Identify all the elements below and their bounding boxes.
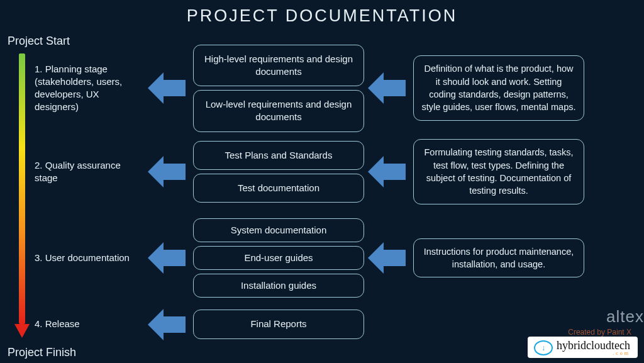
timeline-arrowhead-icon [14, 324, 30, 338]
timeline-start-label: Project Start [8, 35, 70, 48]
arrow-left-icon [368, 156, 406, 187]
diagram-row: 1. Planning stage (stakeholders, users, … [35, 53, 644, 123]
stage-label: 4. Release [35, 318, 148, 330]
svg-marker-2 [148, 156, 186, 187]
svg-marker-3 [368, 156, 406, 187]
doc-box: End-user guides [193, 246, 364, 270]
svg-marker-4 [148, 242, 186, 274]
watermark-text: Created by Paint X [568, 328, 631, 337]
description-box: Instructions for product maintenance, in… [413, 238, 584, 278]
page-title: PROJECT DOCUMENTATION [0, 0, 644, 26]
timeline-arrow [19, 53, 25, 337]
doc-box: Final Reports [193, 310, 364, 338]
description-box: Formulating testing standards, tasks, te… [413, 139, 584, 204]
logo-text: hybridcloudtech .com [557, 340, 630, 355]
timeline-finish-label: Project Finish [8, 346, 76, 359]
diagram-row: 2. Quality assurance stage Test Plans an… [35, 137, 644, 206]
doc-box: System documentation [193, 218, 364, 242]
arrow-left-icon [148, 309, 186, 340]
svg-marker-6 [148, 309, 186, 340]
arrow-left-icon [368, 72, 406, 104]
mid-column: System documentation End-user guides Ins… [193, 218, 364, 298]
mid-column: Final Reports [193, 310, 364, 338]
cloud-download-icon [534, 340, 553, 355]
diagram-row: 3. User documentation System documentati… [35, 217, 644, 299]
arrow-left-icon [148, 72, 186, 104]
stage-label: 2. Quality assurance stage [35, 159, 148, 185]
logo-badge: hybridcloudtech .com [528, 337, 638, 358]
svg-marker-5 [368, 242, 406, 274]
arrow-left-icon [368, 242, 406, 274]
doc-box: Low-level requirements and design docume… [193, 90, 364, 132]
arrow-left-icon [148, 242, 186, 274]
background-brand-text: altex [606, 307, 644, 327]
doc-box: High-level requirements and design docum… [193, 45, 364, 87]
stage-label: 1. Planning stage (stakeholders, users, … [35, 63, 148, 114]
mid-column: High-level requirements and design docum… [193, 45, 364, 132]
description-box: Definition of what is the product, how i… [413, 55, 584, 120]
mid-column: Test Plans and Standards Test documentat… [193, 141, 364, 203]
svg-marker-1 [368, 72, 406, 104]
doc-box: Test documentation [193, 174, 364, 203]
arrow-left-icon [148, 156, 186, 187]
timeline-gradient-bar [19, 53, 25, 324]
stage-label: 3. User documentation [35, 252, 148, 264]
doc-box: Test Plans and Standards [193, 141, 364, 170]
doc-box: Installation guides [193, 274, 364, 298]
svg-marker-0 [148, 72, 186, 104]
